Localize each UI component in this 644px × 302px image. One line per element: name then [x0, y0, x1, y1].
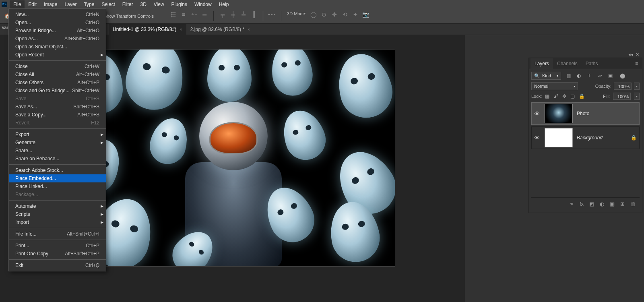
menu-item-import[interactable]: Import▶ [9, 218, 106, 226]
align-right-icon[interactable]: ⬳ [191, 11, 197, 18]
menu-layer[interactable]: Layer [61, 0, 80, 8]
menu-item-share-on-behance[interactable]: Share on Behance... [9, 155, 106, 163]
opacity-dropdown[interactable]: ▾ [634, 83, 640, 90]
layer-visibility-icon[interactable]: 👁 [534, 110, 541, 117]
menu-view[interactable]: View [150, 0, 168, 8]
menu-image[interactable]: Image [40, 0, 61, 8]
document-tab-0[interactable]: Untitled-1 @ 33.3% (RGB/8#)× [109, 24, 186, 35]
menu-file[interactable]: File [10, 0, 25, 8]
distribute-icon[interactable]: ═ [201, 11, 208, 18]
filter-pixel-icon[interactable]: ▦ [565, 73, 572, 79]
opacity-value[interactable]: 100% [614, 83, 632, 90]
menu-item-search-adobe-stock[interactable]: Search Adobe Stock... [9, 166, 106, 174]
fill-value[interactable]: 100% [613, 93, 631, 100]
layer-thumbnail[interactable] [545, 128, 573, 147]
menu-item-generate[interactable]: Generate▶ [9, 139, 106, 147]
menu-item-revert: RevertF12 [9, 119, 106, 127]
menu-edit[interactable]: Edit [25, 0, 40, 8]
3d-orbit-icon[interactable]: ◯ [310, 11, 317, 18]
lock-label: Lock: [531, 94, 542, 99]
link-layers-icon[interactable]: ⚭ [570, 201, 574, 207]
layer-name-label[interactable]: Photo [577, 111, 589, 116]
menu-item-save-as[interactable]: Save As...Shift+Ctrl+S [9, 103, 106, 111]
layer-row-0[interactable]: 👁Photo [531, 102, 640, 125]
menu-type[interactable]: Type [80, 0, 98, 8]
menu-item-file-info[interactable]: File Info...Alt+Shift+Ctrl+I [9, 230, 106, 238]
distribute-v-icon[interactable]: ║ [251, 11, 257, 18]
menu-item-share[interactable]: Share... [9, 147, 106, 155]
more-options-icon[interactable]: ••• [269, 11, 275, 18]
lock-position-icon[interactable]: ✥ [562, 93, 566, 99]
align-middle-icon[interactable]: ╪ [230, 11, 236, 18]
menu-item-close-all[interactable]: Close AllAlt+Ctrl+W [9, 70, 106, 79]
menu-item-print-one-copy[interactable]: Print One CopyAlt+Shift+Ctrl+P [9, 250, 106, 258]
fill-dropdown[interactable]: ▾ [634, 93, 640, 100]
adjustment-icon[interactable]: ◐ [600, 201, 604, 207]
canvas-image[interactable] [70, 49, 395, 267]
new-layer-icon[interactable]: ⊞ [620, 201, 625, 207]
menu-item-open[interactable]: Open...Ctrl+O [9, 19, 106, 27]
menu-item-open-recent[interactable]: Open Recent▶ [9, 51, 106, 59]
layer-row-1[interactable]: 👁Background🔒 [531, 126, 640, 149]
menu-item-print[interactable]: Print...Ctrl+P [9, 242, 106, 250]
collapse-icon[interactable]: ◂◂ [628, 52, 633, 57]
mask-icon[interactable]: ◩ [589, 201, 594, 207]
menu-select[interactable]: Select [98, 0, 118, 8]
close-panel-icon[interactable]: ✕ [636, 52, 639, 57]
lock-all-icon[interactable]: 🔒 [579, 93, 585, 99]
filter-shape-icon[interactable]: ▱ [597, 73, 603, 79]
menu-item-export[interactable]: Export▶ [9, 130, 106, 139]
menu-item-open-as[interactable]: Open As...Alt+Shift+Ctrl+O [9, 35, 106, 43]
3d-slide-icon[interactable]: ⟲ [342, 11, 348, 18]
group-icon[interactable]: ▣ [610, 201, 615, 207]
menu-item-close-others[interactable]: Close OthersAlt+Ctrl+P [9, 79, 106, 87]
3d-pan-icon[interactable]: ✥ [331, 11, 338, 18]
3d-roll-icon[interactable]: ⊙ [321, 11, 327, 18]
lock-transparency-icon[interactable]: ▩ [545, 93, 549, 99]
close-tab-icon[interactable]: × [180, 27, 182, 32]
layer-name-label[interactable]: Background [577, 135, 603, 141]
panel-menu-icon[interactable]: ≡ [633, 61, 640, 66]
layer-thumbnail[interactable] [545, 104, 573, 123]
blend-mode-select[interactable]: Normal ▾ [531, 82, 578, 90]
layer-filter-kind[interactable]: 🔍 Kind ▾ [531, 72, 561, 80]
menu-item-close-and-go-to-bridge[interactable]: Close and Go to Bridge...Shift+Ctrl+W [9, 87, 106, 95]
menu-plugins[interactable]: Plugins [168, 0, 191, 8]
panel-tab-layers[interactable]: Layers [530, 58, 553, 69]
close-tab-icon[interactable]: × [248, 27, 250, 32]
panel-collapse-controls: ◂◂ ✕ [628, 52, 639, 57]
menu-item-place-linked[interactable]: Place Linked... [9, 182, 106, 190]
menu-item-new[interactable]: New...Ctrl+N [9, 10, 106, 19]
menu-item-place-embedded[interactable]: Place Embedded... [9, 174, 106, 182]
menu-help[interactable]: Help [215, 0, 233, 8]
panel-tab-paths[interactable]: Paths [582, 58, 602, 69]
lock-icon[interactable]: 🔒 [631, 135, 637, 141]
menu-item-close[interactable]: CloseCtrl+W [9, 62, 106, 70]
filter-toggle-icon[interactable]: ⬤ [619, 73, 625, 79]
align-bottom-icon[interactable]: ╧ [240, 11, 247, 18]
filter-smart-icon[interactable]: ▣ [607, 73, 613, 79]
menu-item-open-as-smart-object[interactable]: Open as Smart Object... [9, 43, 106, 51]
menu-filter[interactable]: Filter [119, 0, 137, 8]
menu-item-exit[interactable]: ExitCtrl+Q [9, 261, 106, 269]
menu-item-scripts[interactable]: Scripts▶ [9, 210, 106, 218]
fx-icon[interactable]: fx [580, 201, 584, 207]
menu-item-automate[interactable]: Automate▶ [9, 202, 106, 210]
3d-camera-icon[interactable]: 📷 [363, 11, 369, 18]
align-top-icon[interactable]: ╤ [219, 11, 226, 18]
align-left-icon[interactable]: ⬱ [170, 11, 176, 18]
menu-3d[interactable]: 3D [136, 0, 150, 8]
filter-adjust-icon[interactable]: ◐ [576, 73, 582, 79]
lock-pixels-icon[interactable]: 🖌 [553, 93, 558, 99]
panel-tab-channels[interactable]: Channels [553, 58, 582, 69]
menu-item-browse-in-bridge[interactable]: Browse in Bridge...Alt+Ctrl+O [9, 27, 106, 35]
layer-visibility-icon[interactable]: 👁 [534, 134, 541, 141]
trash-icon[interactable]: 🗑 [630, 201, 636, 207]
3d-zoom-icon[interactable]: ✦ [352, 11, 359, 18]
align-center-h-icon[interactable]: ≡ [180, 11, 187, 18]
menu-window[interactable]: Window [191, 0, 215, 8]
lock-artboard-icon[interactable]: ▢ [570, 93, 575, 99]
menu-item-save-a-copy[interactable]: Save a Copy...Alt+Ctrl+S [9, 111, 106, 119]
document-tab-1[interactable]: 2.jpg @ 82.6% (RGB/8) *× [186, 24, 254, 35]
filter-type-icon[interactable]: T [586, 73, 592, 79]
